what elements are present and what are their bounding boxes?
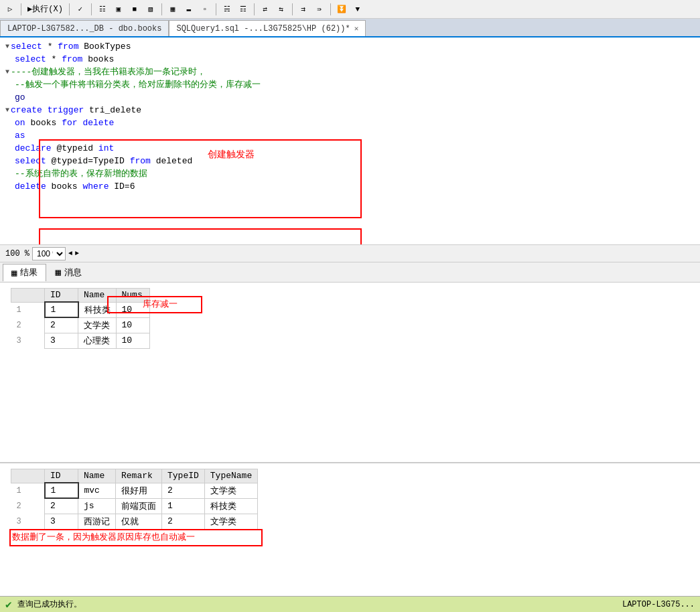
editor-content[interactable]: ▼ select * from BookTypes select * from …: [0, 37, 700, 244]
editor-line-12: delete books where ID=6: [0, 180, 700, 193]
toolbar-icon-7[interactable]: ▫: [198, 2, 212, 17]
table2-col-name: Name: [78, 469, 116, 483]
toolbar-icon-4[interactable]: ▧: [143, 2, 158, 17]
toolbar-icon-14[interactable]: ⏬: [334, 2, 349, 17]
table2-col-rownum: [11, 469, 45, 483]
tab-db-label: LAPTOP-L3G7582..._DB - dbo.books: [7, 24, 161, 33]
toolbar-icon-13[interactable]: ⇛: [312, 2, 327, 17]
table1-col-nums: Nums: [116, 289, 149, 303]
t2row3-remark[interactable]: 仅就: [116, 514, 162, 529]
check-btn[interactable]: ✓: [73, 2, 88, 17]
editor-line-10: select @typeid=TypeID from deleted: [0, 155, 700, 167]
row1-name[interactable]: 科技类: [78, 302, 117, 317]
editor-line-7: on books for delete: [0, 117, 700, 129]
sep-8: [330, 3, 331, 15]
toolbar-btn-1[interactable]: ▷: [3, 2, 17, 17]
row1-nums[interactable]: 10: [116, 302, 149, 317]
t2row2-typeid[interactable]: 1: [162, 498, 205, 514]
row1-id[interactable]: 1: [45, 302, 78, 317]
row2-id[interactable]: 2: [45, 317, 78, 333]
row3-name[interactable]: 心理类: [78, 333, 117, 348]
zoom-select[interactable]: 100 % 75 % 150 %: [32, 247, 66, 260]
tab-close-icon[interactable]: ✕: [354, 24, 359, 33]
table-row: 1 1 科技类 10: [11, 302, 150, 317]
toolbar-icon-2[interactable]: ▣: [111, 2, 126, 17]
row3-nums[interactable]: 10: [116, 333, 149, 348]
toolbar-icon-5[interactable]: ▦: [165, 2, 180, 17]
t2row2-num: 2: [11, 498, 45, 514]
statusbar: ✔ 查询已成功执行。 LAPTOP-L3G75...: [0, 596, 700, 612]
tab-query-label: SQLQuery1.sql -...L3G75825\HP (62))*: [176, 24, 350, 33]
toolbar-icon-12[interactable]: ⇉: [296, 2, 311, 17]
sep-4: [161, 3, 162, 15]
collapse-icon-3[interactable]: ▼: [5, 66, 9, 78]
toolbar: ▷ ▶ 执行(X) ✓ ☷ ▣ ■ ▧ ▦ ▬ ▫ ☵ ☶ ⇄ ⇆ ⇉ ⇛ ⏬ …: [0, 0, 700, 19]
t2row2-id[interactable]: 2: [45, 498, 78, 514]
table1-col-id: ID: [45, 289, 78, 303]
table1-col-name: Name: [78, 289, 117, 303]
table2-col-typename: TypeName: [204, 469, 257, 483]
status-message: 查询已成功执行。: [17, 599, 82, 610]
zoom-bar: 100 % 100 % 75 % 150 % ◄ ►: [0, 245, 700, 262]
toolbar-icon-3[interactable]: ■: [127, 2, 142, 17]
sep-2: [69, 3, 70, 15]
table1: ID Name Nums 1 1 科技类 10 2 2 文学类 10: [11, 288, 150, 349]
t2row1-typeid[interactable]: 2: [162, 483, 205, 498]
collapse-icon-1[interactable]: ▼: [5, 40, 9, 53]
messages-tab-icon: ▦: [55, 266, 60, 278]
annotation-box-delete-note: [9, 529, 263, 546]
t2row1-remark[interactable]: 很好用: [116, 483, 162, 498]
editor-line-6: ▼ create trigger tri_delete: [0, 104, 700, 117]
sep-5: [216, 3, 216, 15]
toolbar-icon-11[interactable]: ⇆: [274, 2, 289, 17]
table-row: 2 2 文学类 10: [11, 317, 150, 333]
editor-line-11: --系统自带的表，保存新增的数据: [0, 167, 700, 180]
sep-3: [91, 3, 92, 15]
collapse-icon-6[interactable]: ▼: [5, 104, 9, 117]
status-server: LAPTOP-L3G75...: [622, 600, 695, 609]
table2-col-typeid: TypeID: [162, 469, 205, 483]
results-tab-label: 结果: [20, 266, 38, 279]
row2-nums[interactable]: 10: [116, 317, 149, 333]
tab-query[interactable]: SQLQuery1.sql -...L3G75825\HP (62))* ✕: [169, 20, 366, 36]
toolbar-icon-10[interactable]: ⇄: [258, 2, 273, 17]
table1-col-rownum: [11, 289, 45, 303]
row3-num: 3: [11, 333, 45, 348]
t2row1-typename[interactable]: 文学类: [204, 483, 257, 498]
row2-name[interactable]: 文学类: [78, 317, 117, 333]
results-tabs: ▦ 结果 ▦ 消息: [0, 262, 700, 283]
t2row2-name[interactable]: js: [78, 498, 116, 514]
toolbar-icon-1[interactable]: ☷: [95, 2, 110, 17]
tab-db[interactable]: LAPTOP-L3G7582..._DB - dbo.books: [0, 20, 169, 36]
editor-area: ▼ select * from BookTypes select * from …: [0, 37, 700, 245]
execute-btn[interactable]: ▶ 执行(X): [25, 2, 66, 17]
toolbar-icon-9[interactable]: ☶: [236, 2, 251, 17]
scrollbar-arrow-left[interactable]: ◄: [68, 250, 72, 257]
zoom-value: 100 %: [5, 249, 29, 258]
t2row3-typename[interactable]: 文学类: [204, 514, 257, 529]
t2row2-typename[interactable]: 科技类: [204, 498, 257, 514]
tab-results[interactable]: ▦ 结果: [3, 264, 46, 281]
t2row1-id[interactable]: 1: [45, 483, 78, 498]
t2row3-name[interactable]: 西游记: [78, 514, 116, 529]
table2-col-remark: Remark: [116, 469, 162, 483]
t2row3-id[interactable]: 3: [45, 514, 78, 529]
t2row1-name[interactable]: mvc: [78, 483, 116, 498]
editor-line-5: go: [0, 91, 700, 104]
t2row3-num: 3: [11, 514, 45, 529]
editor-line-4: --触发一个事件将书籍分类表，给对应删除书的分类，库存减一: [0, 78, 700, 91]
t2row2-remark[interactable]: 前端页面: [116, 498, 162, 514]
table-row: 1 1 mvc 很好用 2 文学类: [11, 483, 258, 498]
t2row1-num: 1: [11, 483, 45, 498]
toolbar-icon-8[interactable]: ☵: [220, 2, 234, 17]
execute-label: 执行(X): [32, 3, 63, 15]
editor-line-3: ▼ ----创建触发器，当我在书籍表添加一条记录时，: [0, 66, 700, 78]
toolbar-icon-15[interactable]: ▼: [350, 2, 365, 17]
editor-line-9: declare @typeid int: [0, 142, 700, 155]
tab-messages[interactable]: ▦ 消息: [46, 264, 90, 281]
t2row3-typeid[interactable]: 2: [162, 514, 205, 529]
scrollbar-arrow-right[interactable]: ►: [75, 250, 79, 257]
row3-id[interactable]: 3: [45, 333, 78, 348]
toolbar-icon-6[interactable]: ▬: [182, 2, 196, 17]
results-area-1: ID Name Nums 1 1 科技类 10 2 2 文学类 10: [0, 283, 700, 463]
